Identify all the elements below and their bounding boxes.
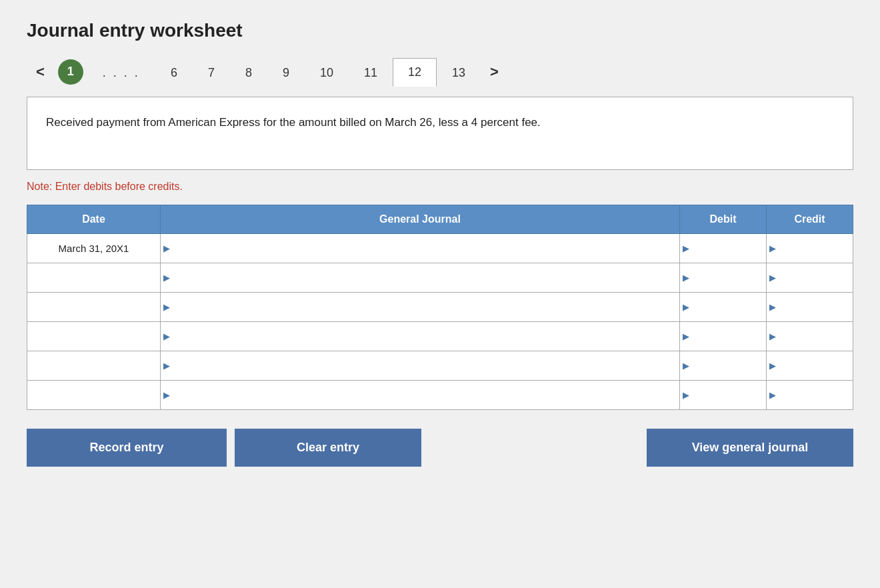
col-header-debit: Debit bbox=[680, 205, 767, 234]
tab-navigation: < 1 . . . . 6 7 8 9 10 11 12 13 > bbox=[27, 57, 853, 86]
debit-cell-1[interactable]: ▶ bbox=[680, 263, 767, 293]
cell-arrow-icon: ▶ bbox=[163, 243, 170, 253]
col-header-journal: General Journal bbox=[161, 205, 680, 234]
date-cell-2 bbox=[27, 293, 161, 322]
debit-cell-4[interactable]: ▶ bbox=[680, 351, 767, 381]
journal-input-3[interactable] bbox=[171, 322, 679, 351]
cell-arrow-icon: ▶ bbox=[769, 390, 776, 400]
cell-arrow-icon: ▶ bbox=[683, 331, 689, 341]
credit-cell-0[interactable]: ▶ bbox=[767, 234, 853, 263]
tab-item-12[interactable]: 12 bbox=[393, 58, 437, 87]
description-box: Received payment from American Express f… bbox=[27, 97, 853, 170]
debit-cell-3[interactable]: ▶ bbox=[680, 322, 767, 351]
journal-input-4[interactable] bbox=[171, 351, 679, 380]
record-entry-button[interactable]: Record entry bbox=[27, 429, 227, 467]
cell-arrow-icon: ▶ bbox=[769, 243, 776, 253]
col-header-date: Date bbox=[27, 205, 161, 234]
table-row: ▶▶▶ bbox=[27, 322, 853, 351]
journal-input-1[interactable] bbox=[171, 263, 679, 292]
debit-input-1[interactable] bbox=[691, 263, 766, 292]
tab-item-9[interactable]: 9 bbox=[267, 59, 305, 87]
view-general-journal-button[interactable]: View general journal bbox=[647, 429, 853, 467]
cell-arrow-icon: ▶ bbox=[163, 302, 170, 312]
table-row: ▶▶▶ bbox=[27, 293, 853, 322]
debit-input-4[interactable] bbox=[691, 351, 766, 380]
journal-cell-4[interactable]: ▶ bbox=[161, 351, 680, 381]
date-cell-4 bbox=[27, 351, 161, 381]
cell-arrow-icon: ▶ bbox=[769, 273, 776, 283]
debit-input-3[interactable] bbox=[691, 322, 766, 351]
debit-input-0[interactable] bbox=[691, 234, 766, 263]
cell-arrow-icon: ▶ bbox=[163, 331, 170, 341]
col-header-credit: Credit bbox=[767, 205, 853, 234]
cell-arrow-icon: ▶ bbox=[683, 243, 689, 253]
debit-cell-0[interactable]: ▶ bbox=[680, 234, 767, 263]
tab-item-8[interactable]: 8 bbox=[230, 59, 267, 87]
journal-cell-3[interactable]: ▶ bbox=[161, 322, 680, 351]
credit-input-4[interactable] bbox=[777, 351, 853, 380]
credit-input-0[interactable] bbox=[777, 234, 853, 263]
tab-item-11[interactable]: 11 bbox=[349, 59, 393, 87]
table-row: ▶▶▶ bbox=[27, 263, 853, 293]
clear-entry-button[interactable]: Clear entry bbox=[235, 429, 421, 467]
date-cell-0: March 31, 20X1 bbox=[27, 234, 161, 263]
debit-cell-5[interactable]: ▶ bbox=[680, 381, 767, 410]
debit-cell-2[interactable]: ▶ bbox=[680, 293, 767, 322]
button-row: Record entry Clear entry View general jo… bbox=[27, 429, 853, 467]
cell-arrow-icon: ▶ bbox=[683, 361, 689, 371]
tab-item-6[interactable]: 6 bbox=[155, 59, 193, 87]
tab-item-13[interactable]: 13 bbox=[437, 59, 481, 87]
credit-input-2[interactable] bbox=[777, 293, 853, 321]
date-cell-1 bbox=[27, 263, 161, 293]
journal-cell-2[interactable]: ▶ bbox=[161, 293, 680, 322]
journal-input-0[interactable] bbox=[171, 234, 679, 263]
date-cell-3 bbox=[27, 322, 161, 351]
cell-arrow-icon: ▶ bbox=[683, 302, 689, 312]
journal-cell-0[interactable]: ▶ bbox=[161, 234, 680, 263]
credit-cell-2[interactable]: ▶ bbox=[767, 293, 853, 322]
credit-cell-5[interactable]: ▶ bbox=[767, 381, 853, 410]
cell-arrow-icon: ▶ bbox=[163, 273, 170, 283]
tab-item-7[interactable]: 7 bbox=[193, 59, 230, 87]
table-row: ▶▶▶ bbox=[27, 381, 853, 410]
credit-cell-1[interactable]: ▶ bbox=[767, 263, 853, 293]
journal-table: Date General Journal Debit Credit March … bbox=[27, 205, 853, 410]
page-title: Journal entry worksheet bbox=[27, 20, 853, 41]
credit-input-3[interactable] bbox=[777, 322, 853, 351]
credit-input-5[interactable] bbox=[777, 381, 853, 409]
cell-arrow-icon: ▶ bbox=[163, 361, 170, 371]
journal-input-2[interactable] bbox=[171, 293, 679, 321]
cell-arrow-icon: ▶ bbox=[163, 390, 170, 400]
cell-arrow-icon: ▶ bbox=[769, 331, 776, 341]
note-text: Note: Enter debits before credits. bbox=[27, 181, 853, 193]
debit-input-5[interactable] bbox=[691, 381, 766, 409]
journal-cell-5[interactable]: ▶ bbox=[161, 381, 680, 410]
credit-input-1[interactable] bbox=[777, 263, 853, 292]
debit-input-2[interactable] bbox=[691, 293, 766, 321]
journal-input-5[interactable] bbox=[171, 381, 679, 409]
cell-arrow-icon: ▶ bbox=[769, 302, 776, 312]
credit-cell-3[interactable]: ▶ bbox=[767, 322, 853, 351]
tab-item-10[interactable]: 10 bbox=[305, 59, 349, 87]
description-text: Received payment from American Express f… bbox=[46, 116, 541, 129]
table-row: March 31, 20X1▶▶▶ bbox=[27, 234, 853, 263]
journal-cell-1[interactable]: ▶ bbox=[161, 263, 680, 293]
date-cell-5 bbox=[27, 381, 161, 410]
table-row: ▶▶▶ bbox=[27, 351, 853, 381]
cell-arrow-icon: ▶ bbox=[769, 361, 776, 371]
credit-cell-4[interactable]: ▶ bbox=[767, 351, 853, 381]
cell-arrow-icon: ▶ bbox=[683, 273, 689, 283]
tab-item-1[interactable]: 1 bbox=[58, 59, 83, 85]
tab-prev-arrow[interactable]: < bbox=[27, 58, 54, 86]
cell-arrow-icon: ▶ bbox=[683, 390, 689, 400]
tab-next-arrow[interactable]: > bbox=[481, 58, 508, 86]
tab-dots: . . . . bbox=[87, 59, 155, 87]
